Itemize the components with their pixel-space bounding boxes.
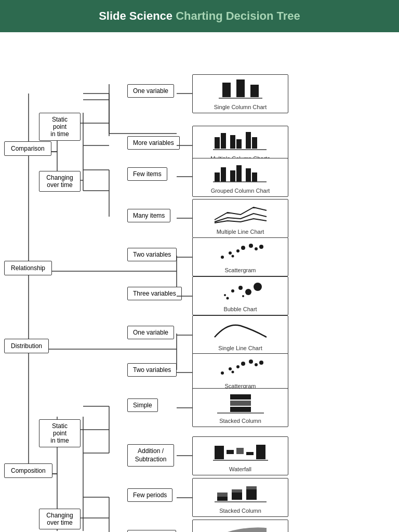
single-line-label: Single Line Chart xyxy=(218,345,262,352)
svg-rect-89 xyxy=(230,401,251,406)
single-line-chart-card: Single Line Chart xyxy=(192,315,288,354)
svg-point-87 xyxy=(231,370,234,373)
svg-point-76 xyxy=(245,289,251,295)
svg-point-73 xyxy=(224,294,226,296)
relationship-node: Relationship xyxy=(4,261,52,275)
more-variables-leaf: More variables xyxy=(127,136,180,150)
header: Slide Science Charting Decision Tree xyxy=(0,0,399,32)
svg-point-84 xyxy=(249,360,253,364)
svg-rect-93 xyxy=(227,450,234,454)
svg-rect-90 xyxy=(230,407,251,412)
composition-node: Composition xyxy=(4,463,52,478)
svg-point-72 xyxy=(231,255,234,257)
few-periods-leaf: Few periods xyxy=(127,488,172,502)
one-variable-dist-leaf: One variable xyxy=(127,326,174,339)
svg-rect-100 xyxy=(232,489,242,493)
svg-rect-52 xyxy=(221,133,226,149)
single-column-chart-card: Single Column Chart xyxy=(192,74,288,113)
svg-rect-99 xyxy=(217,497,228,501)
svg-rect-47 xyxy=(222,83,231,97)
header-title-bold: Slide Science xyxy=(99,9,172,22)
svg-rect-102 xyxy=(246,486,257,489)
stacked-column2-card: Stacked Column xyxy=(192,478,288,517)
svg-rect-98 xyxy=(217,493,228,497)
svg-rect-49 xyxy=(250,85,259,97)
svg-point-83 xyxy=(241,362,245,366)
bubble-label: Bubble Chart xyxy=(223,306,257,313)
svg-rect-55 xyxy=(246,132,251,149)
waterfall-label: Waterfall xyxy=(229,466,251,473)
svg-rect-95 xyxy=(246,452,254,455)
svg-point-85 xyxy=(255,363,258,366)
waterfall-card: Waterfall xyxy=(192,436,288,475)
three-variables-rel-leaf: Three variables xyxy=(127,287,182,300)
scattergram1-label: Scattergram xyxy=(225,267,256,274)
many-periods-leaf: Many periods xyxy=(127,530,176,532)
svg-point-74 xyxy=(231,289,234,292)
simple-leaf: Simple xyxy=(127,398,158,412)
svg-rect-56 xyxy=(252,137,257,149)
svg-point-69 xyxy=(249,244,253,248)
svg-point-71 xyxy=(259,245,263,249)
svg-rect-59 xyxy=(221,167,226,182)
svg-rect-48 xyxy=(236,79,245,97)
svg-rect-60 xyxy=(230,170,235,182)
svg-point-70 xyxy=(255,247,258,250)
stacked-column2-label: Stacked Column xyxy=(219,508,261,514)
stacked-column1-card: Stacked Column xyxy=(192,388,288,427)
changing-over-time-comp-node: Changingover time xyxy=(39,509,81,529)
scattergram2-card: Scattergram xyxy=(192,353,288,392)
svg-point-81 xyxy=(229,367,232,370)
svg-point-67 xyxy=(236,249,240,252)
svg-rect-96 xyxy=(256,445,265,459)
two-variables-rel-leaf: Two variables xyxy=(127,248,177,261)
addition-subtraction-leaf: Addition /Subtraction xyxy=(127,444,174,467)
svg-rect-51 xyxy=(215,137,220,149)
grouped-column-label: Grouped Column Chart xyxy=(211,188,270,194)
svg-point-82 xyxy=(236,365,240,368)
static-point-node: Static pointin time xyxy=(39,113,81,141)
svg-point-68 xyxy=(241,246,245,250)
svg-rect-54 xyxy=(236,139,242,149)
grouped-column-chart-card: Grouped Column Chart xyxy=(192,158,288,197)
comparison-node: Comparison xyxy=(4,141,51,156)
two-variables-dist-leaf: Two variables xyxy=(127,363,177,377)
stacked-area-card: Stacked Area xyxy=(192,520,288,532)
svg-point-66 xyxy=(229,251,232,255)
svg-rect-58 xyxy=(215,172,220,182)
multiple-line-label: Multiple Line Chart xyxy=(217,229,264,235)
svg-point-77 xyxy=(254,283,262,291)
svg-rect-103 xyxy=(246,489,257,500)
svg-rect-88 xyxy=(230,394,251,400)
single-column-label: Single Column Chart xyxy=(214,104,267,111)
svg-rect-101 xyxy=(232,493,242,500)
bubble-chart-card: Bubble Chart xyxy=(192,276,288,315)
svg-point-65 xyxy=(221,256,224,259)
svg-point-78 xyxy=(226,297,229,299)
header-title-light: Charting Decision Tree xyxy=(176,9,300,22)
one-variable-leaf: One variable xyxy=(127,84,174,98)
svg-point-86 xyxy=(259,361,263,365)
distribution-node: Distribution xyxy=(4,339,49,353)
changing-over-time-node: Changingover time xyxy=(39,171,81,192)
stacked-column1-label: Stacked Column xyxy=(219,418,261,424)
few-items-leaf: Few items xyxy=(127,167,167,181)
static-point-comp-node: Static pointin time xyxy=(39,419,81,447)
svg-rect-53 xyxy=(230,135,235,149)
svg-point-75 xyxy=(238,286,243,290)
svg-rect-61 xyxy=(236,165,242,182)
svg-rect-62 xyxy=(246,168,251,182)
multiple-line-chart-card: Multiple Line Chart xyxy=(192,199,288,238)
many-items-leaf: Many items xyxy=(127,209,170,222)
svg-rect-92 xyxy=(215,446,224,459)
svg-point-80 xyxy=(221,371,224,375)
svg-rect-63 xyxy=(252,172,257,182)
scattergram1-card: Scattergram xyxy=(192,237,288,276)
svg-rect-94 xyxy=(236,448,244,454)
svg-point-79 xyxy=(242,295,244,297)
